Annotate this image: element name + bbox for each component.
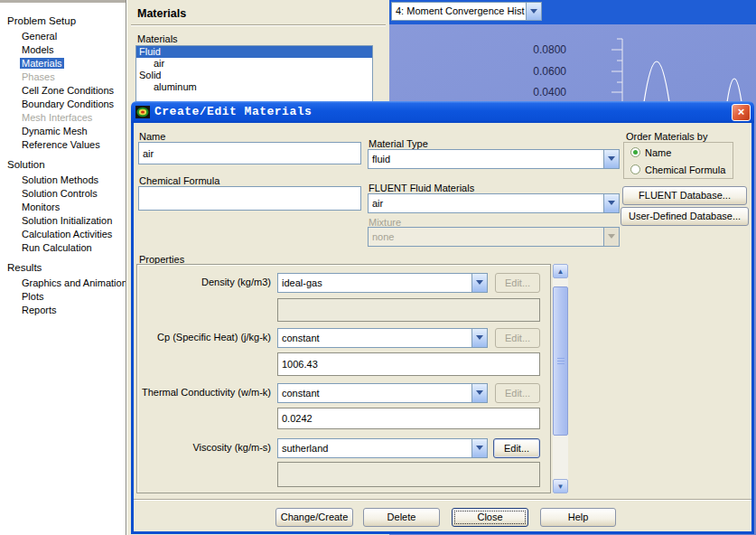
fluent-database-button[interactable]: FLUENT Database... [622, 186, 747, 205]
help-button[interactable]: Help [540, 508, 616, 527]
viscosity-method-combo[interactable]: sutherland [277, 438, 488, 458]
density-method-combo[interactable]: ideal-gas [277, 273, 488, 293]
chevron-down-icon [603, 228, 619, 246]
fluent-app-icon [135, 106, 150, 118]
tree-item-reports[interactable]: Reports [0, 304, 126, 317]
title-separator [131, 24, 386, 26]
tree-item-general[interactable]: General [0, 30, 126, 43]
tree-section-results: Results [0, 258, 126, 277]
tree-item-calculation-activities[interactable]: Calculation Activities [0, 228, 126, 241]
tree-item-models[interactable]: Models [0, 43, 126, 57]
tree-item-reference-values[interactable]: Reference Values [0, 138, 126, 152]
button-separator [134, 499, 751, 501]
name-input[interactable] [138, 142, 361, 164]
order-by-chemical-formula-option[interactable]: Chemical Formula [630, 164, 733, 177]
list-item-air[interactable]: air [136, 58, 372, 70]
tree-item-mesh-interfaces: Mesh Interfaces [0, 111, 126, 125]
y-tick-label: 0.0400 [525, 86, 566, 99]
cp-label: Cp (Specific Heat) (j/kg-k) [157, 332, 271, 343]
tree-item-solution-controls[interactable]: Solution Controls [0, 187, 126, 201]
scroll-up-icon[interactable]: ▲ [553, 264, 568, 278]
fluent-fluid-materials-combo[interactable]: air [368, 193, 620, 213]
scrollbar-thumb[interactable] [553, 286, 568, 436]
cp-value-input[interactable] [277, 352, 540, 376]
list-item-solid[interactable]: Solid [136, 70, 372, 81]
create-edit-materials-dialog: Create/Edit Materials × Name Chemical Fo… [131, 101, 754, 534]
thermal-conductivity-value-input[interactable] [277, 408, 540, 429]
selector-value: 4: Moment Convergence Hist [396, 5, 524, 16]
tree-item-dynamic-mesh[interactable]: Dynamic Mesh [0, 125, 126, 138]
thermal-conductivity-method-value: constant [282, 388, 320, 399]
dialog-body: Name Chemical Formula Material Type flui… [131, 123, 754, 534]
viscosity-method-value: sutherland [282, 443, 328, 454]
graphics-window-selector[interactable]: 4: Moment Convergence Hist [391, 2, 542, 21]
material-type-combo[interactable]: fluid [368, 149, 620, 169]
plot-canvas [389, 24, 756, 101]
chemical-formula-label: Chemical Formula [139, 175, 219, 186]
tree-item-materials[interactable]: Materials [0, 57, 126, 70]
material-type-label: Material Type [369, 138, 428, 149]
chevron-down-icon[interactable] [471, 439, 487, 457]
tree-item-graphics-and-animations[interactable]: Graphics and Animations [0, 277, 126, 290]
viscosity-label: Viscosity (kg/m-s) [192, 442, 271, 453]
thermal-conductivity-edit-button: Edit... [495, 383, 540, 403]
order-by-name-option[interactable]: Name [630, 146, 733, 160]
density-label: Density (kg/m3) [201, 277, 271, 287]
chevron-down-icon[interactable] [603, 194, 619, 212]
order-materials-by-label: Order Materials by [626, 131, 707, 142]
chevron-down-icon[interactable] [471, 274, 487, 292]
tree-item-monitors[interactable]: Monitors [0, 201, 126, 214]
tree-section-problem-setup: Problem Setup [0, 12, 126, 30]
fluent-fluid-materials-value: air [372, 198, 383, 209]
thermal-conductivity-label: Thermal Conductivity (w/m-k) [142, 387, 271, 398]
navigation-tree: Problem Setup General Models Materials P… [0, 12, 126, 317]
chevron-down-icon[interactable] [471, 384, 487, 402]
close-icon[interactable]: × [732, 104, 751, 121]
cp-method-combo[interactable]: constant [277, 328, 488, 348]
density-method-value: ideal-gas [282, 277, 322, 288]
convergence-curve [644, 61, 742, 101]
name-label: Name [139, 131, 165, 142]
sidebar-top-divider [0, 0, 126, 3]
radio-unselected-icon[interactable] [630, 164, 640, 174]
convergence-plot: 0.0800 0.0600 0.0400 [389, 24, 756, 101]
radio-selected-icon[interactable] [630, 147, 640, 157]
materials-listbox[interactable]: Fluid air Solid aluminum [135, 45, 373, 103]
list-item-aluminum[interactable]: aluminum [136, 81, 372, 93]
navigation-sidebar: Problem Setup General Models Materials P… [0, 0, 126, 535]
mixture-value: none [372, 231, 394, 242]
scroll-down-icon[interactable]: ▼ [553, 479, 568, 493]
material-type-value: fluid [372, 154, 390, 164]
radio-label: Chemical Formula [645, 164, 725, 175]
properties-scrollbar[interactable]: ▲ ▼ [553, 264, 568, 493]
radio-label: Name [645, 147, 671, 158]
dialog-titlebar[interactable]: Create/Edit Materials × [131, 101, 754, 123]
thermal-conductivity-method-combo[interactable]: constant [277, 383, 488, 403]
tree-item-solution-initialization[interactable]: Solution Initialization [0, 214, 126, 228]
y-tick-label: 0.0600 [525, 65, 566, 78]
change-create-button[interactable]: Change/Create [275, 508, 353, 527]
tree-section-solution: Solution [0, 155, 126, 174]
density-edit-button: Edit... [495, 273, 540, 293]
materials-list-label: Materials [137, 33, 178, 44]
delete-button[interactable]: Delete [363, 508, 440, 527]
viscosity-value-input [277, 462, 540, 487]
tree-item-run-calculation[interactable]: Run Calculation [0, 241, 126, 255]
chevron-down-icon[interactable] [603, 150, 619, 168]
user-defined-database-button[interactable]: User-Defined Database... [621, 207, 749, 226]
cp-method-value: constant [282, 333, 320, 343]
tree-item-boundary-conditions[interactable]: Boundary Conditions [0, 98, 126, 111]
properties-panel: Density (kg/m3) ideal-gas Edit... Cp (Sp… [136, 264, 551, 493]
chemical-formula-input[interactable] [138, 186, 361, 211]
y-tick-label: 0.0800 [525, 43, 566, 56]
tree-item-solution-methods[interactable]: Solution Methods [0, 174, 126, 187]
viscosity-edit-button[interactable]: Edit... [493, 438, 540, 458]
chevron-down-icon[interactable] [526, 3, 541, 20]
fluent-fluid-materials-label: FLUENT Fluid Materials [369, 183, 474, 193]
close-button[interactable]: Close [452, 508, 528, 527]
list-item-fluid[interactable]: Fluid [136, 46, 372, 58]
tree-item-cell-zone-conditions[interactable]: Cell Zone Conditions [0, 84, 126, 98]
chevron-down-icon[interactable] [471, 329, 487, 347]
tree-item-plots[interactable]: Plots [0, 290, 126, 304]
task-page-title: Materials [137, 7, 186, 20]
